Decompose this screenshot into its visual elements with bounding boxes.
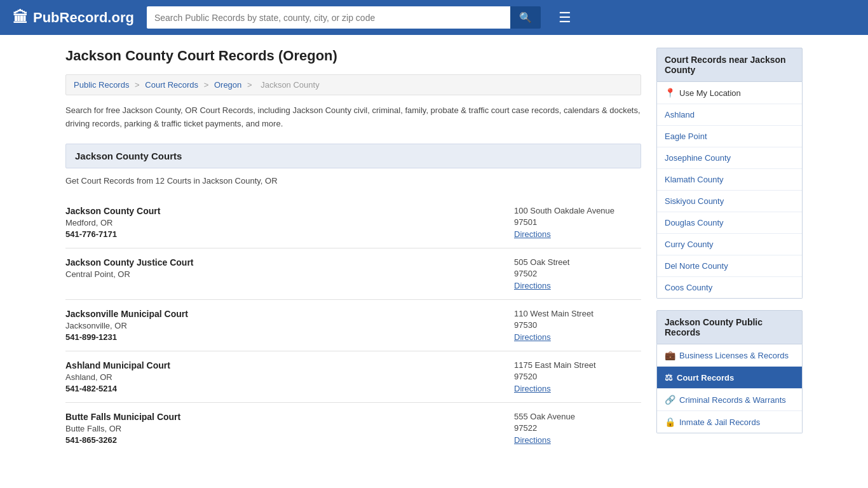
- court-entry: Ashland Municipal Court Ashland, OR 541-…: [65, 351, 641, 403]
- content-area: Jackson County Court Records (Oregon) Pu…: [65, 48, 641, 454]
- court-phone: 541-482-5214: [65, 384, 501, 393]
- main-container: Jackson County Court Records (Oregon) Pu…: [53, 35, 815, 466]
- public-records-list: 💼 Business Licenses & Records ⚖ Court Re…: [656, 344, 803, 433]
- nearby-item-4[interactable]: Klamath County: [657, 169, 802, 191]
- pub-records-item-3[interactable]: 🔒 Inmate & Jail Records: [657, 411, 802, 433]
- court-city: Medford, OR: [65, 218, 501, 227]
- nearby-item-label-7: Curry County: [665, 240, 714, 249]
- court-left-4: Butte Falls Municipal Court Butte Falls,…: [65, 412, 501, 445]
- court-city: Central Point, OR: [65, 269, 501, 279]
- court-name: Jackson County Justice Court: [65, 257, 501, 268]
- nearby-item-label-2: Eagle Point: [665, 132, 707, 141]
- nearby-item-2[interactable]: Eagle Point: [657, 126, 802, 147]
- search-bar: 🔍: [147, 6, 541, 29]
- logo-icon: 🏛: [13, 9, 28, 27]
- directions-link[interactable]: Directions: [514, 384, 551, 393]
- directions-link[interactable]: Directions: [514, 281, 551, 290]
- search-icon: 🔍: [519, 12, 532, 23]
- court-address: 110 West Main Street: [514, 309, 641, 318]
- pub-records-item-2[interactable]: 🔗 Criminal Records & Warrants: [657, 389, 802, 411]
- pub-records-label-1: Court Records: [677, 373, 734, 383]
- page-title: Jackson County Court Records (Oregon): [65, 48, 641, 64]
- nearby-item-label-0: Use My Location: [679, 88, 741, 98]
- pub-records-item-1[interactable]: ⚖ Court Records: [657, 367, 802, 389]
- court-phone: 541-865-3262: [65, 435, 501, 445]
- court-zip: 97530: [514, 320, 641, 330]
- breadcrumb-court-records[interactable]: Court Records: [145, 80, 198, 90]
- pub-records-item-0[interactable]: 💼 Business Licenses & Records: [657, 344, 802, 367]
- nearby-item-label-9: Coos County: [665, 283, 712, 292]
- pub-records-icon-2: 🔗: [665, 395, 675, 405]
- court-left-2: Jacksonville Municipal Court Jacksonvill…: [65, 309, 501, 342]
- court-phone: 541-776-7171: [65, 229, 501, 239]
- court-zip: 97502: [514, 269, 641, 278]
- nearby-item-6[interactable]: Douglas County: [657, 212, 802, 234]
- nearby-item-label-6: Douglas County: [665, 218, 724, 227]
- breadcrumb-public-records[interactable]: Public Records: [74, 80, 129, 90]
- page-description: Search for free Jackson County, OR Court…: [65, 104, 641, 131]
- breadcrumb-oregon[interactable]: Oregon: [214, 80, 241, 90]
- court-phone: 541-899-1231: [65, 332, 501, 342]
- court-address: 100 South Oakdale Avenue: [514, 206, 641, 215]
- court-entry: Jackson County Court Medford, OR 541-776…: [65, 197, 641, 248]
- court-left-3: Ashland Municipal Court Ashland, OR 541-…: [65, 360, 501, 393]
- court-city: Butte Falls, OR: [65, 424, 501, 433]
- breadcrumb-sep-2: >: [204, 80, 211, 90]
- court-name: Butte Falls Municipal Court: [65, 412, 501, 422]
- court-entry: Jackson County Justice Court Central Poi…: [65, 248, 641, 300]
- breadcrumb-sep-3: >: [247, 80, 254, 90]
- directions-link[interactable]: Directions: [514, 435, 551, 445]
- court-address: 555 Oak Avenue: [514, 412, 641, 421]
- court-entry: Jacksonville Municipal Court Jacksonvill…: [65, 300, 641, 351]
- court-city: Jacksonville, OR: [65, 321, 501, 330]
- nearby-item-icon-0: 📍: [665, 88, 675, 98]
- court-address: 505 Oak Street: [514, 257, 641, 267]
- pub-records-label-0: Business Licenses & Records: [679, 351, 789, 360]
- pub-records-icon-3: 🔒: [665, 417, 675, 427]
- nearby-item-9[interactable]: Coos County: [657, 277, 802, 298]
- court-name: Ashland Municipal Court: [65, 360, 501, 370]
- court-name: Jackson County Court: [65, 206, 501, 216]
- court-zip: 97522: [514, 423, 641, 433]
- search-button[interactable]: 🔍: [510, 6, 541, 29]
- pub-records-label-3: Inmate & Jail Records: [679, 417, 760, 427]
- public-records-header: Jackson County Public Records: [656, 310, 803, 344]
- pub-records-icon-1: ⚖: [665, 372, 673, 383]
- nearby-item-0[interactable]: 📍 Use My Location: [657, 82, 802, 104]
- directions-link[interactable]: Directions: [514, 229, 551, 239]
- court-right-3: 1175 East Main Street 97520 Directions: [514, 360, 641, 393]
- search-input[interactable]: [147, 6, 510, 29]
- court-left-1: Jackson County Justice Court Central Poi…: [65, 257, 501, 290]
- court-city: Ashland, OR: [65, 372, 501, 382]
- court-zip: 97520: [514, 372, 641, 381]
- court-address: 1175 East Main Street: [514, 360, 641, 370]
- section-subtext: Get Court Records from 12 Courts in Jack…: [65, 176, 641, 186]
- court-name: Jacksonville Municipal Court: [65, 309, 501, 319]
- section-header: Jackson County Courts: [65, 144, 641, 168]
- nearby-item-3[interactable]: Josephine County: [657, 147, 802, 169]
- breadcrumb: Public Records > Court Records > Oregon …: [65, 74, 641, 95]
- sidebar: Court Records near Jackson County 📍 Use …: [656, 48, 803, 454]
- nearby-item-label-3: Josephine County: [665, 153, 731, 163]
- site-header: 🏛 PubRecord.org 🔍 ☰: [0, 0, 868, 35]
- courts-list: Jackson County Court Medford, OR 541-776…: [65, 197, 641, 454]
- nearby-item-label-4: Klamath County: [665, 175, 724, 184]
- logo[interactable]: 🏛 PubRecord.org: [13, 9, 134, 27]
- nearby-item-label-1: Ashland: [665, 110, 695, 119]
- menu-icon[interactable]: ☰: [559, 10, 571, 26]
- pub-records-icon-0: 💼: [665, 350, 675, 360]
- nearby-item-1[interactable]: Ashland: [657, 104, 802, 126]
- court-right-1: 505 Oak Street 97502 Directions: [514, 257, 641, 290]
- breadcrumb-jackson-county: Jackson County: [261, 80, 320, 90]
- directions-link[interactable]: Directions: [514, 332, 551, 342]
- court-left-0: Jackson County Court Medford, OR 541-776…: [65, 206, 501, 239]
- nearby-item-label-8: Del Norte County: [665, 261, 728, 271]
- pub-records-label-2: Criminal Records & Warrants: [679, 395, 786, 405]
- nearby-item-5[interactable]: Siskiyou County: [657, 191, 802, 212]
- nearby-item-8[interactable]: Del Norte County: [657, 255, 802, 277]
- nearby-list: 📍 Use My Location Ashland Eagle Point Jo…: [656, 82, 803, 299]
- nearby-item-label-5: Siskiyou County: [665, 196, 724, 206]
- breadcrumb-sep-1: >: [135, 80, 142, 90]
- court-right-2: 110 West Main Street 97530 Directions: [514, 309, 641, 342]
- nearby-item-7[interactable]: Curry County: [657, 234, 802, 255]
